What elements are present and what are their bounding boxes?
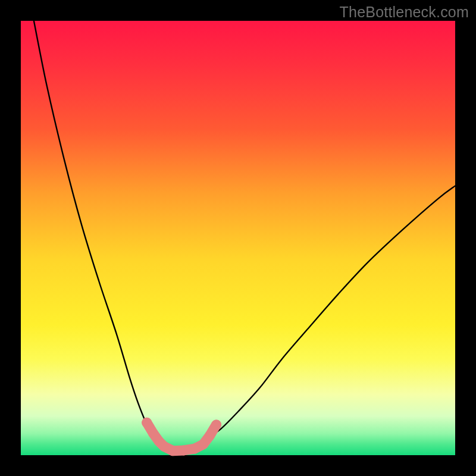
chart-svg	[21, 21, 455, 455]
marker-right-end-dot	[211, 419, 221, 430]
marker-left-to-bottom	[164, 446, 173, 450]
chart-frame: TheBottleneck.com	[0, 0, 476, 476]
curve-right-branch	[173, 186, 456, 450]
watermark-label: TheBottleneck.com	[340, 4, 469, 21]
marker-left-start-dot	[142, 418, 152, 428]
curve-left-branch	[34, 21, 173, 451]
